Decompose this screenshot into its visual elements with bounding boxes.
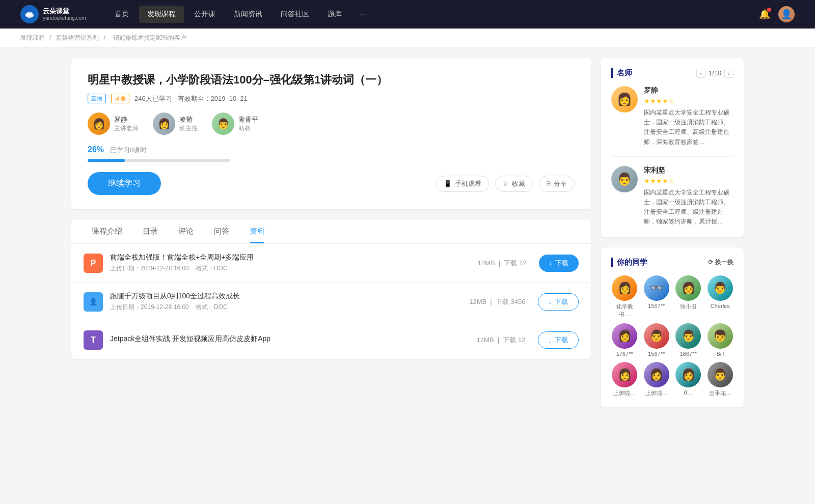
classmate-3[interactable]: 👩 张小田 <box>675 275 702 318</box>
teacher-1: 👩 罗静 主讲老师 <box>88 113 139 135</box>
download-3-button[interactable]: ↓ 下载 <box>538 331 579 349</box>
nav-item-open[interactable]: 公开课 <box>186 6 224 23</box>
content-left: 明星中教授课，小学阶段语法100分–强化级第1讲动词（一） 直播 录播 246人… <box>71 58 591 417</box>
classmate-1[interactable]: 👩 化学教书… <box>611 275 638 318</box>
continue-learning-button[interactable]: 继续学习 <box>88 172 161 195</box>
course-meta-text: 246人已学习 · 有效期至：2019–10–21 <box>134 94 248 103</box>
classmate-10[interactable]: 👩 上班啦… <box>643 362 670 397</box>
teacher-3-avatar: 👨 <box>212 113 234 135</box>
classmate-4-avatar: 👨 <box>708 275 733 301</box>
resource-item: T Jetpack全组件实战 开发短视频应用高仿皮皮虾App 12MB | 下载… <box>71 321 591 359</box>
classmate-10-avatar: 👩 <box>644 362 669 387</box>
download-1-button[interactable]: ↓ 下载 <box>539 255 579 272</box>
nav-item-discover[interactable]: 发现课程 <box>139 6 184 23</box>
resource-3-info: Jetpack全组件实战 开发短视频应用高仿皮皮虾App <box>110 334 465 346</box>
teacher-3: 👨 青青平 助教 <box>212 113 258 135</box>
progress-label: 已学习0课时 <box>110 146 147 154</box>
classmate-7[interactable]: 👨 1867** <box>675 323 702 357</box>
download-1-icon: ↓ <box>549 259 553 267</box>
classmates-grid: 👩 化学教书… 👓 1567** 👩 张小田 👨 Charles 👩 <box>611 275 734 397</box>
pagination-prev[interactable]: ‹ <box>696 69 705 78</box>
nav-item-bank[interactable]: 题库 <box>319 6 350 23</box>
classmate-9[interactable]: 👩 上班啦… <box>611 362 638 397</box>
download-2-button[interactable]: ↓ 下载 <box>538 293 579 311</box>
nav-items: 首页 发现课程 公开课 新闻资讯 问答社区 题库 ··· <box>106 6 759 23</box>
tab-intro[interactable]: 课程介绍 <box>82 219 132 243</box>
classmate-7-name: 1867** <box>680 351 697 357</box>
nav-item-qa[interactable]: 问答社区 <box>273 6 317 23</box>
classmate-11[interactable]: 👩 0… <box>675 362 702 397</box>
resource-3-title: Jetpack全组件实战 开发短视频应用高仿皮皮虾App <box>110 334 465 344</box>
classmate-3-avatar: 👩 <box>675 275 701 301</box>
resource-2-meta: 上传日期：2019-12-28 16:00 格式：DOC <box>110 303 457 312</box>
bell-icon[interactable]: 🔔 <box>759 9 770 20</box>
classmate-5-name: 1767** <box>616 351 633 357</box>
refresh-classmates-button[interactable]: ⟳ 换一换 <box>708 258 734 267</box>
classmate-12-name: 云手花… <box>709 389 731 397</box>
classmate-8-name: Bill <box>716 351 724 357</box>
nav-item-home[interactable]: 首页 <box>106 6 137 23</box>
classmate-11-avatar: 👩 <box>675 362 701 387</box>
mobile-watch-button[interactable]: 📱 手机观看 <box>436 176 489 192</box>
classmate-12[interactable]: 👨 云手花… <box>707 362 734 397</box>
nav-right: 🔔 👤 <box>759 6 795 22</box>
teacher-2-role: 班主任 <box>179 124 198 133</box>
teachers-sidebar-title: 名师 ‹ 1/10 › <box>611 68 734 78</box>
breadcrumb-discover[interactable]: 发现课程 <box>20 34 45 41</box>
tag-recorded: 录播 <box>111 94 129 103</box>
classmate-2-name: 1567** <box>648 303 665 309</box>
classmate-8[interactable]: 👦 Bill <box>707 323 734 357</box>
tab-qa[interactable]: 问答 <box>204 219 239 243</box>
breadcrumb-series[interactable]: 新媒体营销系列 <box>56 34 99 41</box>
classmate-6-avatar: 👨 <box>644 323 669 349</box>
classmate-6[interactable]: 👨 1567** <box>643 323 670 357</box>
classmate-10-name: 上班啦… <box>645 389 668 397</box>
resource-item: P 前端全栈加强版！前端全栈+全周期+多端应用 上传日期：2019-12-28 … <box>71 244 591 283</box>
tabs-section: 课程介绍 目录 评论 问答 资料 P 前端全栈加强版！前端全栈+全周期+多端应用… <box>71 219 591 359</box>
resource-1-title: 前端全栈加强版！前端全栈+全周期+多端应用 <box>110 253 466 262</box>
classmate-8-avatar: 👦 <box>708 323 733 349</box>
share-button[interactable]: ⎘ 分享 <box>539 176 575 192</box>
teachers-sidebar-card: 名师 ‹ 1/10 › 👩 罗静 ★★★★☆ 国内某重点大学安全工程专业硕士，国… <box>601 58 744 237</box>
resource-1-info: 前端全栈加强版！前端全栈+全周期+多端应用 上传日期：2019-12-28 16… <box>110 253 466 273</box>
sidebar-teacher-1-name: 罗静 <box>644 86 734 95</box>
tab-reviews[interactable]: 评论 <box>168 219 204 243</box>
classmate-5[interactable]: 👩 1767** <box>611 323 638 357</box>
logo[interactable]: 云朵课堂 yundouketang.com <box>20 5 86 23</box>
sidebar-teacher-2-name: 宋利坚 <box>644 166 734 175</box>
pagination-next[interactable]: › <box>724 69 734 78</box>
progress-percent: 26% <box>88 145 104 154</box>
user-avatar-nav[interactable]: 👤 <box>778 6 795 22</box>
star-icon: ☆ <box>503 180 509 187</box>
classmates-card: 你的同学 ⟳ 换一换 👩 化学教书… 👓 1567** 👩 张小田 <box>601 247 744 407</box>
teacher-1-avatar: 👩 <box>88 113 110 135</box>
resource-2-icon: 👤 <box>84 292 103 312</box>
teacher-3-name: 青青平 <box>238 115 258 124</box>
collect-button[interactable]: ☆ 收藏 <box>495 176 533 192</box>
teacher-1-name: 罗静 <box>114 115 139 124</box>
tab-resources[interactable]: 资料 <box>239 219 275 243</box>
sidebar-teacher-1-avatar: 👩 <box>611 86 638 113</box>
classmate-3-name: 张小田 <box>680 303 697 311</box>
teacher-3-info: 青青平 助教 <box>238 115 258 133</box>
pagination-info: 1/10 <box>709 69 721 77</box>
action-btns: 📱 手机观看 ☆ 收藏 ⎘ 分享 <box>436 176 575 192</box>
classmate-4[interactable]: 👨 Charles <box>707 275 734 318</box>
sidebar-teacher-1-info: 罗静 ★★★★☆ 国内某重点大学安全工程专业硕士，国家一级注册消防工程师、注册安… <box>644 86 734 147</box>
resource-item: 👤 跟随千万级项目从0到100全过程高效成长 上传日期：2019-12-28 1… <box>71 283 591 321</box>
share-icon: ⎘ <box>547 180 551 187</box>
nav-item-more[interactable]: ··· <box>352 6 374 22</box>
resource-2-info: 跟随千万级项目从0到100全过程高效成长 上传日期：2019-12-28 16:… <box>110 292 457 312</box>
teacher-2-avatar: 👩 <box>153 113 175 135</box>
tag-live: 直播 <box>88 94 106 103</box>
classmate-7-avatar: 👨 <box>675 323 701 349</box>
logo-text: 云朵课堂 yundouketang.com <box>43 7 86 21</box>
course-actions: 继续学习 📱 手机观看 ☆ 收藏 ⎘ 分享 <box>88 172 575 195</box>
classmate-4-name: Charles <box>711 303 730 309</box>
nav-item-news[interactable]: 新闻资讯 <box>226 6 270 23</box>
svg-point-2 <box>25 13 30 16</box>
classmate-2[interactable]: 👓 1567** <box>643 275 670 318</box>
tab-catalog[interactable]: 目录 <box>132 219 168 243</box>
sidebar-teacher-2-stars: ★★★★☆ <box>644 177 734 185</box>
teacher-3-role: 助教 <box>238 124 258 133</box>
